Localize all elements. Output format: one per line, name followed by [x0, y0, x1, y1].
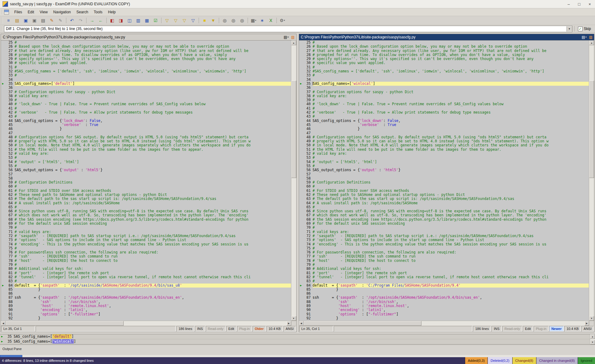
redo-icon[interactable]: ↷	[77, 17, 85, 24]
code-line-26[interactable]: 26# Based upon the lock_down configurati…	[299, 45, 589, 49]
code-line-35[interactable]: ▶35SAS_config_names=['default']	[1, 82, 291, 86]
code-line-53[interactable]: 53#	[1, 156, 291, 160]
code-line-38[interactable]: 38# valid key are:	[1, 94, 291, 98]
code-line-72[interactable]: 72# 'saspath' - [REQUIRED] path to SAS s…	[299, 234, 589, 238]
code-line-70[interactable]: 70#	[1, 226, 291, 230]
code-line-66[interactable]: 66# Since python uses utf-8, running SAS…	[299, 209, 589, 213]
show-right-pane-icon[interactable]: ◨	[117, 17, 125, 24]
code-line-62[interactable]: 62# These need path to SASHome and optio…	[1, 193, 291, 197]
code-line-57[interactable]: 57	[299, 172, 589, 176]
status-badge-added[interactable]: Added(0,3)	[465, 357, 487, 364]
code-line-91[interactable]: 91 'options' : ["-fullstimer"]	[299, 312, 589, 316]
code-line-27[interactable]: 27# that are defined already. Any necess…	[1, 49, 291, 53]
undo-icon[interactable]: ↶	[68, 17, 76, 24]
combo-dropdown-icon[interactable]: ▼	[566, 26, 572, 32]
scroll-right-icon[interactable]: ▶	[584, 321, 589, 326]
code-line-37[interactable]: 37# Configuration options for saspy - py…	[1, 90, 291, 94]
code-line-25[interactable]: 25#	[299, 41, 589, 45]
minimize-button[interactable]: –	[563, 0, 574, 8]
code-line-31[interactable]: 31#	[1, 65, 291, 69]
code-line-42[interactable]: 42# 'verbose' - True | False. True = All…	[299, 110, 589, 115]
scroll-left-icon[interactable]: ◀	[1, 321, 6, 326]
code-line-69[interactable]: 69# for the default unix SAS session enc…	[299, 222, 589, 226]
code-line-49[interactable]: 49# properly with HTML 5.0 so it can als…	[1, 139, 291, 143]
code-line-30[interactable]: 30# specific value you want applied.	[299, 61, 589, 65]
code-line-40[interactable]: 40# 'lock_down' - True | False. True = P…	[299, 102, 589, 106]
code-line-78[interactable]: 78# 'host' - [REQUIRED] the host to conn…	[1, 259, 291, 263]
code-line-81[interactable]: 81# 'port' - [integer] the remote ssh po…	[1, 271, 291, 275]
code-line-88[interactable]: 88 'ssh' : '/usr/bin/ssh',	[1, 300, 291, 304]
code-line-78[interactable]: 78# 'host' - [REQUIRED] the host to conn…	[299, 259, 589, 263]
toolbar-grip[interactable]	[1, 17, 3, 24]
scrollbar-thumb[interactable]	[291, 80, 296, 178]
scrollbar-track[interactable]	[291, 45, 296, 316]
layout-icon[interactable]: ▦▾	[249, 17, 258, 24]
right-pane-header[interactable]: C:\Program Files\Python\Python37\Lib\sit…	[299, 34, 594, 41]
code-line-76[interactable]: 76# For passwordless ssh connection, the…	[1, 250, 291, 254]
print-icon[interactable]: ▤	[39, 17, 47, 24]
code-line-55[interactable]: 55#	[1, 164, 291, 168]
code-line-83[interactable]: 83#	[299, 279, 589, 283]
code-line-28[interactable]: 28# prompted for at run time. To disallo…	[299, 53, 589, 57]
left-pane-header[interactable]: C:\Program Files\Python\Python37\Lib\sit…	[1, 34, 296, 41]
next-diff-icon[interactable]: →	[88, 17, 96, 24]
code-line-82[interactable]: 82# 'tunnel' - [integer] local port to o…	[299, 275, 589, 279]
code-line-41[interactable]: 41#	[299, 106, 589, 110]
output-pane-scrollbar[interactable]	[0, 355, 595, 357]
skip-button[interactable]: ✓ Skip	[576, 26, 594, 32]
code-line-56[interactable]: 56SAS_output_options = {'output' : 'html…	[1, 168, 291, 172]
code-line-74[interactable]: 74# 'encoding' - This is the python enco…	[1, 242, 291, 246]
filter-options-icon[interactable]: ▽	[189, 17, 197, 24]
code-line-92[interactable]: 92 }	[1, 316, 291, 320]
code-line-29[interactable]: 29# specify options=''. This way it's sp…	[299, 57, 589, 61]
export-report-icon[interactable]: X	[267, 17, 275, 24]
code-line-77[interactable]: 77# 'ssh' - [REQUIRED] the ssh command t…	[299, 254, 589, 258]
pane-swap-icon[interactable]: ▨	[290, 35, 295, 39]
save-file-icon[interactable]: ▣	[22, 17, 30, 24]
code-line-32[interactable]: 32#SAS_config_names = ['default', 'ssh',…	[1, 69, 291, 73]
scrollbar-track[interactable]	[304, 321, 585, 326]
code-line-43[interactable]: 43#	[1, 115, 291, 119]
code-line-75[interactable]: 75#	[299, 246, 589, 250]
code-line-54[interactable]: 54# 'output' = ['html5', 'html']	[1, 160, 291, 164]
code-line-28[interactable]: 28# prompted for at run time. To disallo…	[1, 53, 291, 57]
diff-selector[interactable]: Diff 1: Change 1 line (35, first file) t…	[4, 26, 572, 32]
code-line-46[interactable]: 46 }	[1, 127, 291, 131]
code-line-90[interactable]: 90 'encoding' : 'latin1',	[1, 308, 291, 312]
status-badge-changed[interactable]: Changed(8)	[512, 357, 536, 364]
code-line-61[interactable]: 61# For STDIO and STDIO over SSH access …	[1, 189, 291, 193]
horizontal-split-icon[interactable]: ▥	[134, 17, 142, 24]
code-line-37[interactable]: 37# Configuration options for saspy - py…	[299, 90, 589, 94]
code-line-36[interactable]: 36	[299, 86, 589, 90]
code-line-64[interactable]: 64# A usual install path is: /opt/sasins…	[299, 201, 589, 205]
code-line-44[interactable]: 44SAS_config_options = {'lock_down': Fal…	[1, 119, 291, 123]
find-icon[interactable]: ◎	[221, 17, 229, 24]
filter-exclude-icon[interactable]: ▽	[180, 17, 188, 24]
scroll-left-icon[interactable]: ◀	[299, 321, 304, 326]
code-line-81[interactable]: 81# 'port' - [integer] the remote ssh po…	[299, 271, 589, 275]
pane-print-icon[interactable]: ▤▾	[283, 35, 289, 39]
left-horizontal-scrollbar[interactable]: ◀ ▶	[1, 321, 291, 326]
code-line-50[interactable]: 50# in local mode. Note that HTML 4.0 wi…	[299, 143, 589, 147]
diffbar-grip[interactable]	[1, 26, 3, 32]
code-line-75[interactable]: 75#	[1, 246, 291, 250]
code-line-67[interactable]: 67# which does not work well as utf-8. S…	[1, 213, 291, 217]
scroll-right-icon[interactable]: ▶	[287, 321, 291, 326]
highlight-icon[interactable]: ■	[201, 17, 209, 24]
code-line-58[interactable]: 58	[299, 176, 589, 180]
code-line-54[interactable]: 54# 'output' = ['html5', 'html']	[299, 160, 589, 164]
code-line-87[interactable]: 87ssh = {'saspath' : '/opt/sasinside/SAS…	[299, 296, 589, 300]
code-line-51[interactable]: 51# the HTML file will need to be put in…	[1, 148, 291, 152]
code-line-26[interactable]: 26# Based upon the lock_down configurati…	[1, 45, 291, 49]
code-line-33[interactable]: 33#	[1, 73, 291, 77]
code-line-74[interactable]: 74# 'encoding' - This is the python enco…	[299, 242, 589, 246]
scroll-up-icon[interactable]: ▲	[589, 41, 594, 45]
left-vertical-scrollbar[interactable]: ▲ ▼	[291, 41, 296, 321]
split-view-icon[interactable]: ◫	[126, 17, 134, 24]
current-diff-scrollbar[interactable]: ▲ ▼	[590, 334, 595, 344]
menu-item-edit[interactable]: Edit	[25, 9, 37, 15]
menu-item-files[interactable]: Files	[11, 9, 25, 15]
code-line-56[interactable]: 56SAS_output_options = {'output' : 'html…	[299, 168, 589, 172]
open-compare-icon[interactable]: ▤	[13, 17, 21, 24]
code-line-80[interactable]: 80# Additional valid keys for ssh:	[299, 267, 589, 271]
